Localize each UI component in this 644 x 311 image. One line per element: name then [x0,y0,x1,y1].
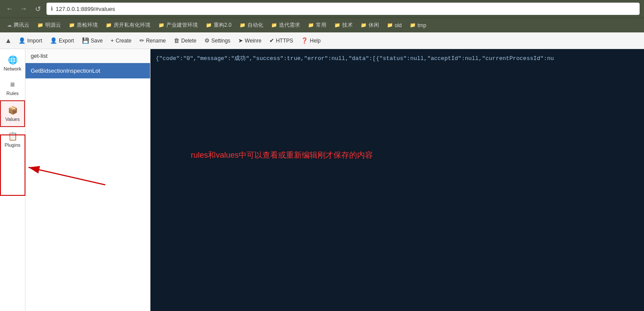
weinre-label: Weinre [245,38,261,44]
help-label: Help [310,38,321,44]
refresh-button[interactable]: ↺ [32,4,43,14]
browser-bar: ← → ↺ ℹ 127.0.0.1:8899/#values [0,0,644,18]
create-label: Create [116,38,132,44]
list-panel: get-list GetBidsectionInspectionLot [25,49,150,311]
bookmark-label: 休闲 [369,21,379,29]
bookmark-label: 质检环境 [77,21,98,29]
icon-sidebar: 🌐Network≡Rules📦Values📋Plugins [0,49,25,311]
bookmark-label: 腾讯云 [14,21,29,29]
left-panel-wrapper: 🌐Network≡Rules📦Values📋Plugins get-list G… [0,49,150,311]
forward-button[interactable]: → [18,4,29,14]
bookmark-label: old [395,22,402,28]
delete-icon: 🗑 [174,37,179,44]
toolbar-btn-settings[interactable]: ⚙Settings [201,35,234,46]
https-label: HTTPS [276,38,293,44]
toolbar-btn-import[interactable]: 👤Import [15,35,46,46]
save-label: Save [91,38,103,44]
sidebar-item-label: Network [4,66,21,71]
main-container: 🌐Network≡Rules📦Values📋Plugins get-list G… [0,49,644,311]
url-text: 127.0.0.1:8899/#values [56,6,115,12]
bookmark-item[interactable]: 📁休闲 [357,20,383,31]
bookmark-item[interactable]: ☁腾讯云 [4,20,33,31]
toolbar-btn-rename[interactable]: ✏Rename [136,35,169,46]
bookmark-label: 产业建管环境 [166,21,198,29]
export-label: Export [59,38,74,44]
sidebar-item-rules[interactable]: ≡Rules [0,76,25,100]
help-icon: ❓ [301,37,308,44]
toolbar-btn-save[interactable]: 💾Save [79,35,106,46]
https-icon: ✔ [269,37,274,44]
bookmark-item[interactable]: 📁迭代需求 [268,20,304,31]
toolbar-btn-weinre[interactable]: ➤Weinre [235,35,265,46]
settings-label: Settings [211,38,230,44]
plugins-icon: 📋 [8,131,18,141]
bookmark-label: 明源云 [45,21,61,29]
toolbar-btn-delete[interactable]: 🗑Delete [170,35,200,46]
create-icon: + [111,37,114,44]
toolbar-btn-help[interactable]: ❓Help [297,35,324,46]
bookmark-icon: 📁 [410,22,416,28]
rules-icon: ≡ [10,80,15,89]
json-content: {"code":"0","message":"成功","success":tru… [156,54,639,62]
bookmark-item[interactable]: 📁old [383,21,405,30]
bookmark-icon: 📁 [106,22,112,28]
bookmark-icon: 📁 [158,22,165,28]
bookmark-item[interactable]: 📁质检环境 [65,20,101,31]
bookmark-item[interactable]: 📁tmp [406,21,430,30]
collapse-button[interactable]: ▲ [3,35,14,46]
bookmark-label: tmp [418,22,426,28]
url-bar[interactable]: ℹ 127.0.0.1:8899/#values [47,3,640,15]
bookmark-icon: 📁 [271,22,277,28]
content-panel: {"code":"0","message":"成功","success":tru… [150,49,644,311]
bookmark-item[interactable]: 📁自动化 [236,20,267,31]
bookmark-icon: ☁ [7,22,12,28]
bookmark-label: 迭代需求 [279,21,300,29]
sidebar-item-label: Values [5,117,20,122]
url-info-icon: ℹ [51,6,53,12]
bookmark-label: 重构2.0 [214,21,232,29]
back-button[interactable]: ← [4,4,15,14]
import-label: Import [27,38,42,44]
bookmark-label: 房开私有化环境 [114,21,150,29]
bookmark-icon: 📁 [206,22,212,28]
annotation-text: rules和values中可以查看或重新编辑刚才保存的内容 [191,150,639,160]
bookmark-item[interactable]: 📁房开私有化环境 [102,20,154,31]
save-icon: 💾 [82,37,89,44]
values-icon: 📦 [8,106,18,115]
settings-icon: ⚙ [204,37,210,44]
bookmark-icon: 📁 [387,22,393,28]
toolbar: ▲ 👤Import👤Export💾Save+Create✏Rename🗑Dele… [0,32,644,49]
sidebar-item-label: Rules [6,91,18,96]
sidebar-item-network[interactable]: 🌐Network [0,51,25,76]
bookmark-item[interactable]: 📁重构2.0 [202,20,235,31]
import-icon: 👤 [18,37,25,44]
rename-label: Rename [146,38,166,44]
sidebar-item-values[interactable]: 📦Values [0,100,25,127]
bookmark-icon: 📁 [37,22,43,28]
bookmark-item[interactable]: 📁常用 [304,20,330,31]
bookmark-icon: 📁 [240,22,246,28]
rename-icon: ✏ [140,37,144,44]
weinre-icon: ➤ [238,37,243,44]
bookmark-icon: 📁 [308,22,314,28]
bookmark-label: 自动化 [247,21,263,29]
export-icon: 👤 [50,37,57,44]
list-header: get-list [25,49,150,63]
sidebar-item-plugins[interactable]: 📋Plugins [0,127,25,152]
toolbar-btn-create[interactable]: +Create [107,35,135,46]
bookmark-item[interactable]: 📁产业建管环境 [155,20,201,31]
toolbar-btn-export[interactable]: 👤Export [47,35,78,46]
network-icon: 🌐 [8,55,18,65]
sidebar-item-label: Plugins [4,142,20,148]
delete-label: Delete [181,38,197,44]
toolbar-btn-https[interactable]: ✔HTTPS [266,35,297,46]
bookmark-item[interactable]: 📁技术 [331,20,356,31]
bookmark-icon: 📁 [361,22,367,28]
bookmark-icon: 📁 [334,22,340,28]
bookmark-item[interactable]: 📁明源云 [34,20,64,31]
list-item[interactable]: GetBidsectionInspectionLot [25,63,150,78]
bookmark-label: 常用 [316,21,326,29]
bookmarks-bar: ☁腾讯云📁明源云📁质检环境📁房开私有化环境📁产业建管环境📁重构2.0📁自动化📁迭… [0,18,644,32]
bookmark-icon: 📁 [69,22,75,28]
bookmark-label: 技术 [342,21,353,29]
